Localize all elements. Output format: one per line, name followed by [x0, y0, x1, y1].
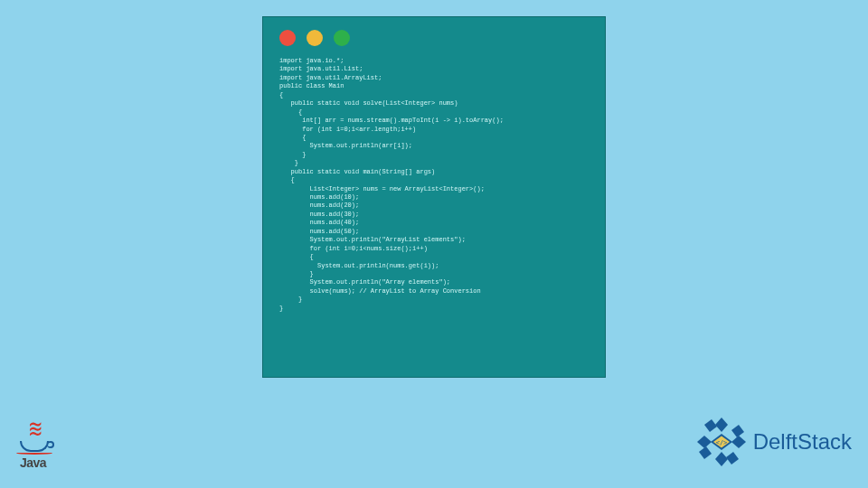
- minimize-icon[interactable]: [307, 30, 323, 46]
- java-logo: ≋ Java: [16, 414, 61, 475]
- maximize-icon[interactable]: [334, 30, 350, 46]
- code-window: import java.io.*; import java.util.List;…: [262, 16, 606, 378]
- delftstack-logo-text: DelftStack: [753, 429, 852, 455]
- java-handle-icon: [47, 441, 54, 448]
- java-saucer-icon: [16, 452, 52, 455]
- svg-text:</>: </>: [715, 439, 727, 446]
- java-steam-icon: ≋: [28, 414, 42, 444]
- java-logo-text: Java: [20, 455, 46, 470]
- delftstack-logo: </> DelftStack: [695, 416, 852, 468]
- code-content: import java.io.*; import java.util.List;…: [263, 53, 605, 322]
- window-controls: [263, 17, 605, 53]
- java-cup-icon: [20, 441, 49, 452]
- delftstack-icon: </>: [695, 416, 748, 468]
- close-icon[interactable]: [279, 30, 296, 46]
